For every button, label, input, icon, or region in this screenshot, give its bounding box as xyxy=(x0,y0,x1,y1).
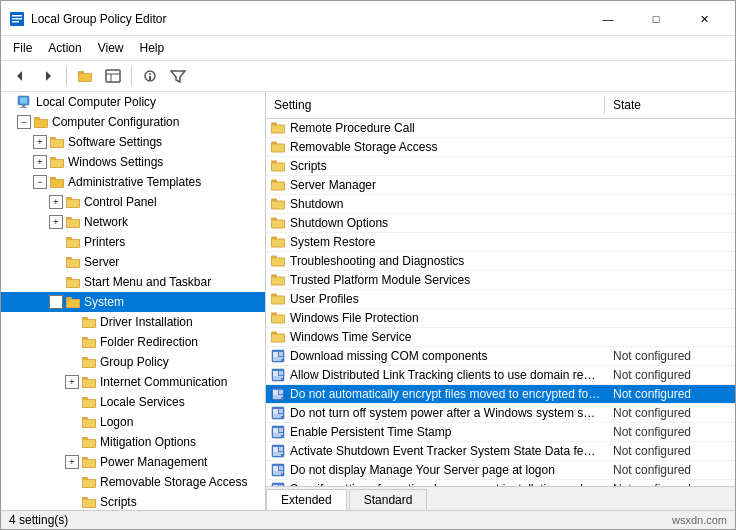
minimize-button[interactable]: — xyxy=(585,7,631,31)
table-row[interactable]: User Profiles xyxy=(266,290,735,309)
table-row[interactable]: Do not turn off system power after a Win… xyxy=(266,404,735,423)
tree-pane[interactable]: Local Computer Policy− Computer Configur… xyxy=(1,92,266,510)
tree-node-label-computer-config: Computer Configuration xyxy=(52,115,179,129)
window-controls: — □ ✕ xyxy=(585,7,727,31)
forward-button[interactable] xyxy=(35,64,61,88)
tree-node-folder-redirect[interactable]: Folder Redirection xyxy=(1,332,265,352)
folder-icon-start-menu xyxy=(65,274,81,290)
menu-item-file[interactable]: File xyxy=(5,38,40,58)
close-button[interactable]: ✕ xyxy=(681,7,727,31)
view-button[interactable] xyxy=(100,64,126,88)
table-row[interactable]: Activate Shutdown Event Tracker System S… xyxy=(266,442,735,461)
tree-node-admin-templates[interactable]: − Administrative Templates xyxy=(1,172,265,192)
table-row[interactable]: Do not automatically encrypt files moved… xyxy=(266,385,735,404)
filter-button[interactable] xyxy=(165,64,191,88)
table-row[interactable]: Download missing COM componentsNot confi… xyxy=(266,347,735,366)
tree-node-server[interactable]: Server xyxy=(1,252,265,272)
table-row[interactable]: Troubleshooting and Diagnostics xyxy=(266,252,735,271)
tree-node-power-mgmt[interactable]: + Power Management xyxy=(1,452,265,472)
table-row[interactable]: Scripts xyxy=(266,157,735,176)
folder-icon-group-policy xyxy=(81,354,97,370)
tab-extended[interactable]: Extended xyxy=(266,489,347,510)
tree-node-label-internet-comm: Internet Communication xyxy=(100,375,227,389)
expand-btn-system[interactable]: − xyxy=(49,295,63,309)
tree-node-label-folder-redirect: Folder Redirection xyxy=(100,335,198,349)
expand-btn-computer-config[interactable]: − xyxy=(17,115,31,129)
maximize-button[interactable]: □ xyxy=(633,7,679,31)
svg-rect-24 xyxy=(50,137,56,140)
tree-node-locale-services[interactable]: Locale Services xyxy=(1,392,265,412)
right-pane: Setting State Remote Procedure Call Remo… xyxy=(266,92,735,510)
tree-node-internet-comm[interactable]: + Internet Communication xyxy=(1,372,265,392)
table-row[interactable]: Remote Procedure Call xyxy=(266,119,735,138)
tree-node-mitigation[interactable]: Mitigation Options xyxy=(1,432,265,452)
table-row[interactable]: Shutdown Options xyxy=(266,214,735,233)
folder-icon-network xyxy=(65,214,81,230)
row-state: Not configured xyxy=(605,347,735,365)
tree-node-start-menu[interactable]: Start Menu and Taskbar xyxy=(1,272,265,292)
tree-node-removable-storage[interactable]: Removable Storage Access xyxy=(1,472,265,492)
tab-standard[interactable]: Standard xyxy=(349,489,428,510)
table-row[interactable]: Allow Distributed Link Tracking clients … xyxy=(266,366,735,385)
folder-row-icon xyxy=(266,254,286,268)
tree-node-label-printers: Printers xyxy=(84,235,125,249)
svg-rect-91 xyxy=(272,164,284,171)
table-row[interactable]: Enable Persistent Time StampNot configur… xyxy=(266,423,735,442)
tree-node-network[interactable]: + Network xyxy=(1,212,265,232)
svg-rect-1 xyxy=(12,15,22,17)
folder-icon-printers xyxy=(65,234,81,250)
tree-node-driver-install[interactable]: Driver Installation xyxy=(1,312,265,332)
table-row[interactable]: System Restore xyxy=(266,233,735,252)
tree-node-system[interactable]: − System xyxy=(1,292,265,312)
expand-btn-admin-templates[interactable]: − xyxy=(33,175,47,189)
row-state xyxy=(605,335,735,339)
row-state xyxy=(605,221,735,225)
menu-item-help[interactable]: Help xyxy=(132,38,173,58)
folder-icon-system xyxy=(65,294,81,310)
folder-icon-mitigation xyxy=(81,434,97,450)
tree-node-computer-config[interactable]: − Computer Configuration xyxy=(1,112,265,132)
back-button[interactable] xyxy=(7,64,33,88)
app-icon xyxy=(9,11,25,27)
expand-btn-internet-comm[interactable]: + xyxy=(65,375,79,389)
expand-btn-power-mgmt[interactable]: + xyxy=(65,455,79,469)
svg-rect-55 xyxy=(83,340,95,347)
tree-node-control-panel[interactable]: + Control Panel xyxy=(1,192,265,212)
tree-node-logon[interactable]: Logon xyxy=(1,412,265,432)
menu-item-action[interactable]: Action xyxy=(40,38,89,58)
window-title: Local Group Policy Editor xyxy=(31,12,166,26)
menu-item-view[interactable]: View xyxy=(90,38,132,58)
folder-view-button[interactable] xyxy=(72,64,98,88)
row-state: Not configured xyxy=(605,442,735,460)
svg-rect-70 xyxy=(83,440,95,447)
table-row[interactable]: Windows Time Service xyxy=(266,328,735,347)
tree-node-group-policy[interactable]: Group Policy xyxy=(1,352,265,372)
svg-rect-111 xyxy=(271,294,277,297)
table-row[interactable]: Windows File Protection xyxy=(266,309,735,328)
title-bar-left: Local Group Policy Editor xyxy=(9,11,166,27)
svg-rect-2 xyxy=(12,18,22,20)
tree-node-software-settings[interactable]: + Software Settings xyxy=(1,132,265,152)
svg-rect-103 xyxy=(272,240,284,247)
table-row[interactable]: Trusted Platform Module Services xyxy=(266,271,735,290)
tree-node-local-computer-policy[interactable]: Local Computer Policy xyxy=(1,92,265,112)
svg-rect-25 xyxy=(51,140,63,147)
row-state: Not configured xyxy=(605,461,735,479)
header-setting: Setting xyxy=(266,96,605,114)
expand-btn-network[interactable]: + xyxy=(49,215,63,229)
expand-btn-control-panel[interactable]: + xyxy=(49,195,63,209)
tree-node-windows-settings[interactable]: + Windows Settings xyxy=(1,152,265,172)
properties-button[interactable] xyxy=(137,64,163,88)
table-row[interactable]: Server Manager xyxy=(266,176,735,195)
svg-rect-46 xyxy=(67,280,79,287)
table-row[interactable]: Do not display Manage Your Server page a… xyxy=(266,461,735,480)
table-row[interactable]: Shutdown xyxy=(266,195,735,214)
table-content[interactable]: Remote Procedure Call Removable Storage … xyxy=(266,119,735,486)
tree-node-scripts[interactable]: Scripts xyxy=(1,492,265,510)
table-row[interactable]: Removable Storage Access xyxy=(266,138,735,157)
expand-btn-software-settings[interactable]: + xyxy=(33,135,47,149)
tree-node-label-control-panel: Control Panel xyxy=(84,195,157,209)
expand-btn-windows-settings[interactable]: + xyxy=(33,155,47,169)
svg-rect-84 xyxy=(271,123,277,126)
tree-node-printers[interactable]: Printers xyxy=(1,232,265,252)
